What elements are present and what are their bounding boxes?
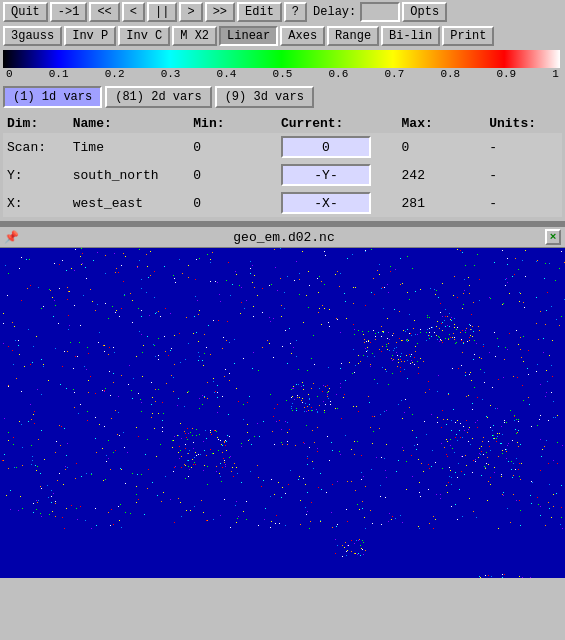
min-scan: 0 bbox=[189, 133, 277, 161]
gauss-button[interactable]: 3gauss bbox=[3, 26, 62, 46]
colorbar-container: 0 0.1 0.2 0.3 0.4 0.5 0.6 0.7 0.8 0.9 1 bbox=[0, 48, 565, 82]
bilin-button[interactable]: Bi-lin bbox=[381, 26, 440, 46]
header-name: Name: bbox=[69, 114, 190, 133]
colorbar-label-6: 0.6 bbox=[329, 68, 349, 80]
colorbar-label-2: 0.2 bbox=[105, 68, 125, 80]
table-row: Y: south_north 0 242 - bbox=[3, 161, 562, 189]
var1-button[interactable]: (1) 1d vars bbox=[3, 86, 102, 108]
current-x-input[interactable] bbox=[281, 192, 371, 214]
name-x: west_east bbox=[69, 189, 190, 217]
colorbar-label-3: 0.3 bbox=[161, 68, 181, 80]
colorbar-label-4: 0.4 bbox=[217, 68, 237, 80]
colorbar-label-9: 0.9 bbox=[496, 68, 516, 80]
colorbar-labels: 0 0.1 0.2 0.3 0.4 0.5 0.6 0.7 0.8 0.9 1 bbox=[3, 68, 562, 80]
max-scan: 0 bbox=[398, 133, 486, 161]
linear-button[interactable]: Linear bbox=[219, 26, 278, 46]
next-button[interactable]: ->1 bbox=[50, 2, 88, 22]
table-row: Scan: Time 0 0 - bbox=[3, 133, 562, 161]
colorbar-label-5: 0.5 bbox=[273, 68, 293, 80]
help-button[interactable]: ? bbox=[284, 2, 307, 22]
colorbar-label-1: 0.1 bbox=[49, 68, 69, 80]
prev-button[interactable]: < bbox=[122, 2, 145, 22]
colorbar-label-7: 0.7 bbox=[384, 68, 404, 80]
current-scan[interactable] bbox=[277, 133, 398, 161]
delay-input[interactable] bbox=[360, 2, 400, 22]
max-x: 281 bbox=[398, 189, 486, 217]
map-canvas-container bbox=[0, 248, 565, 578]
edit-button[interactable]: Edit bbox=[237, 2, 282, 22]
ffwd-button[interactable]: >> bbox=[205, 2, 235, 22]
table-section: Dim: Name: Min: Current: Max: Units: Sca… bbox=[0, 112, 565, 221]
var3-button[interactable]: (9) 3d vars bbox=[215, 86, 314, 108]
rewind-button[interactable]: << bbox=[89, 2, 119, 22]
colorbar-label-10: 1 bbox=[552, 68, 559, 80]
invc-button[interactable]: Inv C bbox=[118, 26, 170, 46]
print-button[interactable]: Print bbox=[442, 26, 494, 46]
table-row: X: west_east 0 281 - bbox=[3, 189, 562, 217]
toolbar-row-1: Quit ->1 << < || > >> Edit ? Delay: Opts bbox=[0, 0, 565, 24]
pin-icon: 📌 bbox=[4, 230, 19, 245]
header-units: Units: bbox=[485, 114, 562, 133]
current-x[interactable] bbox=[277, 189, 398, 217]
name-time: Time bbox=[69, 133, 190, 161]
colorbar-label-0: 0 bbox=[6, 68, 13, 80]
map-window: 📌 geo_em.d02.nc × bbox=[0, 225, 565, 578]
quit-button[interactable]: Quit bbox=[3, 2, 48, 22]
invp-button[interactable]: Inv P bbox=[64, 26, 116, 46]
toolbar-row-2: 3gauss Inv P Inv C M X2 Linear Axes Rang… bbox=[0, 24, 565, 48]
close-button[interactable]: × bbox=[545, 229, 561, 245]
pause-button[interactable]: || bbox=[147, 2, 177, 22]
header-dim: Dim: bbox=[3, 114, 69, 133]
dim-scan: Scan: bbox=[3, 133, 69, 161]
fwd-button[interactable]: > bbox=[179, 2, 202, 22]
header-max: Max: bbox=[398, 114, 486, 133]
current-scan-input[interactable] bbox=[281, 136, 371, 158]
header-current: Current: bbox=[277, 114, 398, 133]
colorbar-canvas bbox=[3, 50, 560, 68]
mx2-button[interactable]: M X2 bbox=[172, 26, 217, 46]
map-canvas bbox=[0, 248, 565, 578]
vars-row: (1) 1d vars (81) 2d vars (9) 3d vars bbox=[0, 82, 565, 112]
header-min: Min: bbox=[189, 114, 277, 133]
delay-label: Delay: bbox=[313, 5, 356, 19]
var2-button[interactable]: (81) 2d vars bbox=[105, 86, 211, 108]
current-y[interactable] bbox=[277, 161, 398, 189]
axes-button[interactable]: Axes bbox=[280, 26, 325, 46]
name-y: south_north bbox=[69, 161, 190, 189]
dim-x: X: bbox=[3, 189, 69, 217]
map-titlebar: 📌 geo_em.d02.nc × bbox=[0, 227, 565, 248]
min-x: 0 bbox=[189, 189, 277, 217]
min-y: 0 bbox=[189, 161, 277, 189]
opts-button[interactable]: Opts bbox=[402, 2, 447, 22]
units-scan: - bbox=[485, 133, 562, 161]
dim-y: Y: bbox=[3, 161, 69, 189]
map-title: geo_em.d02.nc bbox=[23, 230, 545, 245]
max-y: 242 bbox=[398, 161, 486, 189]
data-table: Dim: Name: Min: Current: Max: Units: Sca… bbox=[3, 114, 562, 217]
current-y-input[interactable] bbox=[281, 164, 371, 186]
range-button[interactable]: Range bbox=[327, 26, 379, 46]
units-x: - bbox=[485, 189, 562, 217]
colorbar-label-8: 0.8 bbox=[440, 68, 460, 80]
units-y: - bbox=[485, 161, 562, 189]
